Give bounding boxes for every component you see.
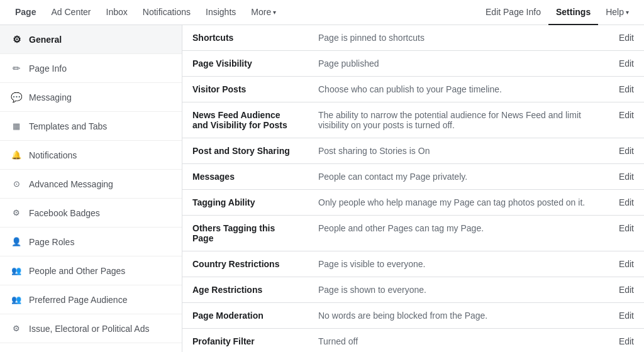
setting-edit-cell: Edit bbox=[609, 216, 644, 251]
sidebar-item-issue-ads[interactable]: ⚙ Issue, Electoral or Political Ads bbox=[0, 314, 182, 343]
nav-notifications[interactable]: Notifications bbox=[135, 0, 198, 25]
setting-name: Shortcuts bbox=[182, 25, 308, 51]
edit-button[interactable]: Edit bbox=[619, 311, 634, 321]
setting-edit-cell: Edit bbox=[609, 138, 644, 164]
edit-button[interactable]: Edit bbox=[619, 84, 634, 94]
sidebar-item-templates-tabs[interactable]: ▦ Templates and Tabs bbox=[0, 112, 182, 141]
nav-insights[interactable]: Insights bbox=[198, 0, 243, 25]
top-nav: Page Ad Center Inbox Notifications Insig… bbox=[0, 0, 644, 25]
general-icon: ⚙ bbox=[10, 33, 23, 46]
table-row: Page Moderation No words are being block… bbox=[182, 303, 644, 329]
edit-button[interactable]: Edit bbox=[619, 33, 634, 43]
edit-button[interactable]: Edit bbox=[619, 336, 634, 346]
edit-button[interactable]: Edit bbox=[619, 58, 634, 69]
page-info-icon: ✏ bbox=[10, 62, 23, 75]
sidebar: ⚙ General ✏ Page Info 💬 Messaging ▦ Temp… bbox=[0, 25, 182, 352]
sidebar-item-people-other-pages-label: People and Other Pages bbox=[29, 266, 125, 276]
table-row: Messages People can contact my Page priv… bbox=[182, 164, 644, 190]
nav-inbox[interactable]: Inbox bbox=[99, 0, 135, 25]
setting-edit-cell: Edit bbox=[609, 303, 644, 329]
edit-button[interactable]: Edit bbox=[619, 172, 634, 182]
setting-value: The ability to narrow the potential audi… bbox=[308, 102, 609, 138]
edit-button[interactable]: Edit bbox=[619, 285, 634, 295]
edit-button[interactable]: Edit bbox=[619, 259, 634, 269]
nav-help[interactable]: Help ▾ bbox=[598, 0, 636, 25]
nav-page[interactable]: Page bbox=[8, 0, 43, 25]
sidebar-item-people-other-pages[interactable]: 👥 People and Other Pages bbox=[0, 256, 182, 285]
sidebar-item-page-roles[interactable]: 👤 Page Roles bbox=[0, 228, 182, 256]
setting-value: People and other Pages can tag my Page. bbox=[308, 216, 609, 251]
table-row: Country Restrictions Page is visible to … bbox=[182, 251, 644, 277]
sidebar-item-general-label: General bbox=[29, 35, 62, 45]
sidebar-item-templates-tabs-label: Templates and Tabs bbox=[29, 121, 107, 131]
setting-value: Page is shown to everyone. bbox=[308, 277, 609, 303]
facebook-badges-icon: ⚙ bbox=[10, 207, 23, 219]
setting-name: Tagging Ability bbox=[182, 190, 308, 216]
nav-settings[interactable]: Settings bbox=[548, 0, 598, 25]
setting-value: Page is pinned to shortcuts bbox=[308, 25, 609, 51]
nav-more[interactable]: More ▾ bbox=[243, 0, 284, 25]
sidebar-item-preferred-page-audience[interactable]: 👥 Preferred Page Audience bbox=[0, 285, 182, 314]
setting-name: Others Tagging this Page bbox=[182, 216, 308, 251]
sidebar-item-advanced-messaging[interactable]: ⊙ Advanced Messaging bbox=[0, 170, 182, 199]
setting-name: Age Restrictions bbox=[182, 277, 308, 303]
page-layout: ⚙ General ✏ Page Info 💬 Messaging ▦ Temp… bbox=[0, 25, 644, 352]
issue-ads-icon: ⚙ bbox=[10, 322, 23, 335]
table-row: Profanity Filter Turned off Edit bbox=[182, 329, 644, 353]
setting-name: Country Restrictions bbox=[182, 251, 308, 277]
setting-value: Page is visible to everyone. bbox=[308, 251, 609, 277]
setting-edit-cell: Edit bbox=[609, 251, 644, 277]
preferred-page-audience-icon: 👥 bbox=[10, 294, 23, 306]
help-chevron-icon: ▾ bbox=[626, 9, 629, 16]
messaging-icon: 💬 bbox=[10, 91, 23, 104]
edit-button[interactable]: Edit bbox=[619, 146, 634, 156]
sidebar-item-facebook-badges-label: Facebook Badges bbox=[29, 208, 100, 218]
settings-table: Shortcuts Page is pinned to shortcuts Ed… bbox=[182, 25, 644, 352]
setting-name: Page Visibility bbox=[182, 51, 308, 77]
sidebar-item-messaging-label: Messaging bbox=[29, 92, 72, 102]
setting-edit-cell: Edit bbox=[609, 25, 644, 51]
sidebar-item-preferred-page-audience-label: Preferred Page Audience bbox=[29, 295, 127, 305]
setting-value: Only people who help manage my Page can … bbox=[308, 190, 609, 216]
setting-edit-cell: Edit bbox=[609, 102, 644, 138]
sidebar-item-page-roles-label: Page Roles bbox=[29, 237, 74, 247]
more-chevron-icon: ▾ bbox=[273, 9, 276, 16]
setting-value: No words are being blocked from the Page… bbox=[308, 303, 609, 329]
advanced-messaging-icon: ⊙ bbox=[10, 178, 23, 190]
sidebar-item-ad-limits[interactable]: ▣ Ad Limits bbox=[0, 343, 182, 352]
sidebar-item-general[interactable]: ⚙ General bbox=[0, 25, 182, 54]
setting-value: People can contact my Page privately. bbox=[308, 164, 609, 190]
table-row: Page Visibility Page published Edit bbox=[182, 51, 644, 77]
setting-edit-cell: Edit bbox=[609, 277, 644, 303]
nav-ad-center[interactable]: Ad Center bbox=[43, 0, 98, 25]
table-row: Age Restrictions Page is shown to everyo… bbox=[182, 277, 644, 303]
table-row: Others Tagging this Page People and othe… bbox=[182, 216, 644, 251]
setting-name: News Feed Audience and Visibility for Po… bbox=[182, 102, 308, 138]
nav-edit-page-info[interactable]: Edit Page Info bbox=[478, 0, 548, 25]
edit-button[interactable]: Edit bbox=[619, 110, 634, 120]
table-row: Shortcuts Page is pinned to shortcuts Ed… bbox=[182, 25, 644, 51]
sidebar-item-notifications-label: Notifications bbox=[29, 150, 77, 160]
edit-button[interactable]: Edit bbox=[619, 197, 634, 207]
setting-edit-cell: Edit bbox=[609, 77, 644, 102]
table-row: Tagging Ability Only people who help man… bbox=[182, 190, 644, 216]
table-row: Visitor Posts Choose who can publish to … bbox=[182, 77, 644, 102]
setting-name: Profanity Filter bbox=[182, 329, 308, 353]
sidebar-item-issue-ads-label: Issue, Electoral or Political Ads bbox=[29, 324, 149, 334]
table-row: Post and Story Sharing Post sharing to S… bbox=[182, 138, 644, 164]
nav-right: Edit Page Info Settings Help ▾ bbox=[478, 0, 636, 25]
edit-button[interactable]: Edit bbox=[619, 223, 634, 233]
sidebar-item-page-info-label: Page Info bbox=[29, 63, 67, 74]
sidebar-item-messaging[interactable]: 💬 Messaging bbox=[0, 83, 182, 112]
setting-edit-cell: Edit bbox=[609, 329, 644, 353]
page-roles-icon: 👤 bbox=[10, 236, 23, 248]
sidebar-item-notifications[interactable]: 🔔 Notifications bbox=[0, 141, 182, 170]
sidebar-item-facebook-badges[interactable]: ⚙ Facebook Badges bbox=[0, 199, 182, 228]
templates-tabs-icon: ▦ bbox=[10, 120, 23, 133]
setting-name: Post and Story Sharing bbox=[182, 138, 308, 164]
setting-name: Messages bbox=[182, 164, 308, 190]
setting-edit-cell: Edit bbox=[609, 190, 644, 216]
people-other-pages-icon: 👥 bbox=[10, 265, 23, 277]
sidebar-item-page-info[interactable]: ✏ Page Info bbox=[0, 54, 182, 83]
setting-value: Page published bbox=[308, 51, 609, 77]
